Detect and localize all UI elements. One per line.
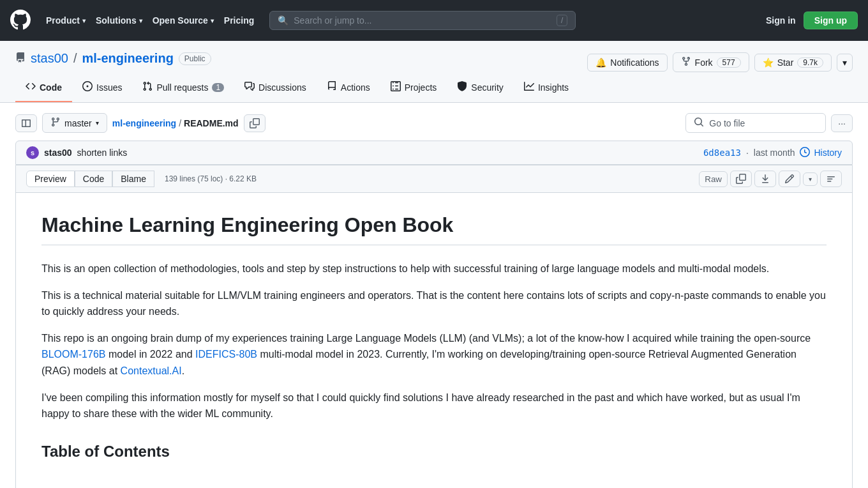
tab-actions-label: Actions	[341, 82, 370, 93]
tab-security[interactable]: Security	[447, 73, 514, 102]
tab-pull-requests[interactable]: Pull requests 1	[132, 73, 234, 102]
search-bar[interactable]: 🔍 Search or jump to... /	[269, 11, 576, 30]
notifications-button[interactable]: 🔔 Notifications	[587, 54, 667, 72]
list-button[interactable]	[820, 171, 842, 187]
nav-solutions[interactable]: Solutions ▾	[96, 15, 142, 26]
nav-open-source[interactable]: Open Source ▾	[153, 15, 214, 26]
breadcrumb-file-name: README.md	[184, 118, 239, 128]
commit-message: shorten links	[77, 148, 128, 158]
tab-blame[interactable]: Blame	[112, 171, 154, 187]
tab-projects[interactable]: Projects	[380, 73, 447, 102]
tab-preview[interactable]: Preview	[26, 171, 75, 187]
content-para4: I've been compiling this information mos…	[41, 390, 827, 422]
tab-issues[interactable]: Issues	[72, 73, 132, 102]
sidebar-toggle-button[interactable]	[15, 114, 37, 132]
markdown-content: Machine Learning Engineering Open Book T…	[16, 193, 852, 488]
branch-name: master	[64, 118, 92, 128]
branch-chevron-icon: ▾	[96, 119, 99, 126]
toc-heading: Table of Contents	[41, 443, 827, 461]
nav-pricing[interactable]: Pricing	[224, 15, 254, 26]
contextual-link[interactable]: Contextual.AI	[121, 365, 182, 376]
file-stats: 139 lines (75 loc) · 6.22 KB	[165, 174, 257, 183]
idefics-link[interactable]: IDEFICS-80B	[195, 349, 257, 360]
branch-selector[interactable]: master ▾	[42, 113, 107, 133]
edit-button[interactable]	[779, 171, 800, 187]
actions-icon	[327, 81, 337, 93]
file-area: master ▾ ml-engineering / README.md Go t…	[0, 103, 868, 488]
pull-request-icon	[142, 81, 153, 93]
tab-discussions-label: Discussions	[258, 82, 306, 93]
edit-more-button[interactable]: ▾	[803, 172, 818, 186]
file-view: Preview Code Blame 139 lines (75 loc) · …	[15, 165, 853, 488]
content-para3: This repo is an ongoing brain dump of my…	[41, 330, 827, 379]
history-button[interactable]: History	[800, 147, 842, 159]
visibility-badge: Public	[179, 52, 211, 65]
breadcrumb-repo-link[interactable]: ml-engineering	[112, 118, 176, 128]
goto-file-input[interactable]: Go to file	[685, 113, 826, 133]
clock-icon	[800, 147, 810, 159]
commit-row: s stas00 shorten links 6d8ea13 · last mo…	[15, 141, 853, 165]
download-button[interactable]	[754, 171, 776, 187]
signin-button[interactable]: Sign in	[766, 15, 796, 26]
repo-name-link[interactable]: ml-engineering	[82, 51, 174, 66]
repo-breadcrumb: stas00 / ml-engineering Public	[15, 51, 211, 66]
repo-owner-link[interactable]: stas00	[31, 51, 68, 66]
more-options-button[interactable]: ···	[831, 114, 853, 132]
breadcrumb-path: ml-engineering / README.md	[112, 118, 239, 128]
commit-hash-link[interactable]: 6d8ea13	[703, 148, 741, 158]
plus-icon: ▾	[842, 57, 847, 68]
breadcrumb-path-separator: /	[179, 118, 181, 128]
commit-time: last month	[754, 148, 795, 158]
add-star-button[interactable]: ▾	[837, 54, 853, 72]
tab-insights-label: Insights	[538, 82, 569, 93]
file-tabs-bar: Preview Code Blame 139 lines (75 loc) · …	[16, 165, 852, 193]
tab-code-label: Code	[40, 82, 62, 93]
tab-security-label: Security	[471, 82, 504, 93]
raw-button[interactable]: Raw	[699, 171, 728, 187]
chevron-down-icon: ▾	[809, 176, 812, 183]
repo-actions: 🔔 Notifications Fork 577 ⭐ Star 9.7k ▾	[587, 52, 853, 72]
projects-icon	[391, 81, 401, 93]
insights-icon	[524, 81, 534, 93]
repo-type-icon	[15, 52, 26, 65]
star-count: 9.7k	[797, 57, 823, 68]
history-label: History	[814, 148, 842, 158]
issues-icon	[82, 81, 93, 93]
search-placeholder: Search or jump to...	[294, 15, 551, 26]
content-para2: This is a technical material suitable fo…	[41, 287, 827, 320]
bell-icon: 🔔	[595, 57, 606, 68]
pr-badge: 1	[212, 83, 224, 92]
nav-product[interactable]: Product ▾	[46, 15, 86, 26]
tab-insights[interactable]: Insights	[514, 73, 579, 102]
solutions-chevron-icon: ▾	[139, 17, 142, 24]
tab-code[interactable]: Code	[75, 171, 112, 187]
breadcrumb-separator: /	[73, 51, 77, 66]
fork-button[interactable]: Fork 577	[673, 52, 749, 72]
content-title: Machine Learning Engineering Open Book	[41, 213, 827, 245]
goto-file-label: Go to file	[709, 118, 745, 128]
signup-button[interactable]: Sign up	[804, 11, 858, 29]
content-para1: This is an open collection of methodolog…	[41, 261, 827, 277]
open-source-chevron-icon: ▾	[211, 17, 214, 24]
bloom-link[interactable]: BLOOM-176B	[41, 349, 105, 360]
star-icon: ⭐	[763, 57, 774, 68]
star-button[interactable]: ⭐ Star 9.7k	[754, 54, 832, 72]
copy-content-button[interactable]	[730, 171, 752, 187]
fork-icon	[681, 56, 691, 68]
repo-header: stas00 / ml-engineering Public 🔔 Notific…	[0, 41, 868, 103]
branch-icon	[50, 117, 61, 129]
tab-discussions[interactable]: Discussions	[234, 73, 317, 102]
security-icon	[457, 81, 467, 93]
dot-separator: ·	[746, 148, 749, 158]
top-nav: Product ▾ Solutions ▾ Open Source ▾ Pric…	[0, 0, 868, 41]
commit-author[interactable]: stas00	[44, 148, 72, 158]
tab-code[interactable]: Code	[15, 73, 72, 102]
search-icon: 🔍	[278, 15, 288, 26]
discussions-icon	[244, 81, 255, 93]
file-tabs-left: Preview Code Blame 139 lines (75 loc) · …	[26, 171, 257, 187]
fork-count: 577	[717, 57, 741, 68]
github-logo[interactable]	[10, 10, 31, 32]
copy-path-button[interactable]	[244, 114, 266, 132]
tab-actions[interactable]: Actions	[317, 73, 380, 102]
code-icon	[26, 81, 36, 93]
